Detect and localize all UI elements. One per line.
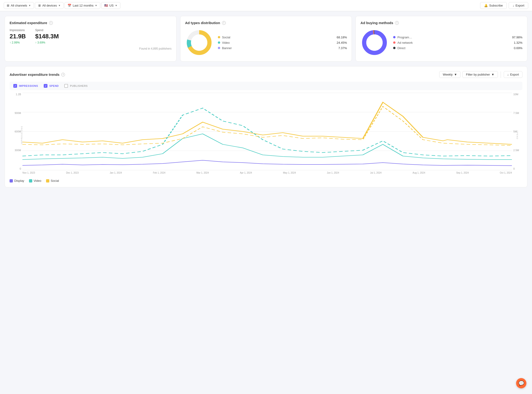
monitor-icon: 🖥 bbox=[38, 4, 41, 7]
trends-export-label: Export bbox=[510, 73, 519, 76]
publishers-checkbox[interactable]: PUBLISHERS bbox=[64, 84, 88, 88]
x-axis: Nov 1, 2023 Dec 1, 2023 Jan 1, 2024 Feb … bbox=[22, 171, 512, 177]
buying-methods-legend: Program… 97.98% Ad network 1.32% Direct … bbox=[393, 36, 522, 50]
weekly-caret: ▼ bbox=[454, 73, 457, 76]
legend-video-bottom: Video bbox=[29, 179, 41, 182]
ad-types-donut-section: Social 68.18% Video 24.45% Banner 7.37% bbox=[185, 29, 347, 57]
chart-inner bbox=[22, 93, 512, 170]
spend-axis-label: SPEND bbox=[516, 130, 519, 140]
expenditure-title: Estimated expenditure i bbox=[10, 21, 172, 25]
spend-label: Spend bbox=[35, 29, 59, 32]
channels-label: All channels bbox=[11, 4, 27, 7]
impressions-value: 21.9B bbox=[10, 33, 26, 40]
ad-types-donut-chart bbox=[185, 29, 213, 57]
buying-methods-card: Ad buying methods i Program bbox=[355, 16, 527, 62]
social-spend-line bbox=[22, 106, 512, 145]
bottom-legend: Display Video Social bbox=[10, 179, 522, 182]
ad-types-title: Ad types distribution i bbox=[185, 21, 347, 25]
trends-download-icon: ↓ bbox=[507, 73, 509, 76]
svg-point-4 bbox=[191, 34, 207, 51]
found-publishers-text: Found in 4,895 publishers bbox=[10, 47, 172, 50]
subscribe-label: Subscribe bbox=[489, 4, 503, 7]
calendar-icon: 📅 bbox=[68, 4, 71, 7]
social-legend-box bbox=[46, 179, 49, 182]
ad-types-info-icon[interactable]: i bbox=[222, 21, 226, 25]
expenditure-info-icon[interactable]: i bbox=[49, 21, 53, 25]
chart-area: 1.2B 900M 600M 300M 0 10M 7.5M 5M 2.5M 0… bbox=[10, 93, 522, 177]
impressions-label: Impressions bbox=[10, 29, 26, 32]
trends-controls: Weekly ▼ Filter by publisher ▼ ↓ Export bbox=[439, 71, 522, 78]
video-dot bbox=[218, 41, 220, 44]
export-label: Export bbox=[515, 4, 524, 7]
bell-icon: 🔔 bbox=[484, 4, 488, 7]
buying-methods-info-icon[interactable]: i bbox=[395, 21, 399, 25]
buying-methods-donut-section: Program… 97.98% Ad network 1.32% Direct … bbox=[360, 29, 522, 57]
direct-dot bbox=[393, 47, 395, 49]
svg-point-9 bbox=[366, 34, 383, 51]
ad-types-card: Ad types distribution i bbox=[180, 16, 352, 62]
divider bbox=[501, 71, 501, 78]
trends-card: Advertiser expenditure trends i Weekly ▼… bbox=[5, 66, 527, 187]
caret-icon4: ▼ bbox=[115, 4, 117, 7]
legend-banner: Banner 7.37% bbox=[218, 46, 347, 50]
legend-social: Social 68.18% bbox=[218, 36, 347, 39]
spend-delta: ↑ 3.69% bbox=[35, 41, 59, 44]
devices-filter[interactable]: 🖥 All devices ▼ bbox=[35, 2, 64, 9]
trends-header: Advertiser expenditure trends i Weekly ▼… bbox=[10, 71, 522, 78]
ad-types-legend: Social 68.18% Video 24.45% Banner 7.37% bbox=[218, 36, 347, 50]
export-button[interactable]: ↓ Export bbox=[509, 2, 528, 9]
top-nav: ⊞ All channels ▼ 🖥 All devices ▼ 📅 Last … bbox=[0, 0, 532, 11]
spend-value: $148.3M bbox=[35, 33, 59, 40]
legend-video: Video 24.45% bbox=[218, 41, 347, 44]
spend-check-box: ✓ bbox=[44, 84, 47, 88]
region-filter[interactable]: 🇺🇸 US ▼ bbox=[101, 2, 120, 9]
buying-methods-donut-chart bbox=[360, 29, 389, 57]
trends-info-icon[interactable]: i bbox=[61, 73, 65, 77]
social-line bbox=[22, 102, 512, 144]
summary-cards: Estimated expenditure i Impressions 21.9… bbox=[5, 16, 527, 62]
trends-title: Advertiser expenditure trends i bbox=[10, 73, 437, 77]
spend-checkbox[interactable]: ✓ SPEND bbox=[44, 84, 59, 88]
filter-publisher-label: Filter by publisher bbox=[466, 73, 490, 76]
display-line bbox=[22, 160, 512, 166]
legend-programmatic: Program… 97.98% bbox=[393, 36, 522, 39]
trends-export-button[interactable]: ↓ Export bbox=[504, 71, 522, 78]
expenditure-metrics: Impressions 21.9B ↑ 2.99% Spend $148.3M … bbox=[10, 29, 172, 44]
channels-filter[interactable]: ⊞ All channels ▼ bbox=[4, 2, 34, 9]
impressions-check-box: ✓ bbox=[13, 84, 17, 88]
caret-icon3: ▼ bbox=[95, 4, 97, 7]
main-chart-svg bbox=[22, 93, 512, 170]
display-legend-box bbox=[10, 179, 13, 182]
flag-icon: 🇺🇸 bbox=[104, 4, 108, 7]
checkbox-row: ✓ IMPRESSIONS ✓ SPEND PUBLISHERS bbox=[10, 82, 522, 90]
social-dot bbox=[218, 36, 220, 38]
filter-publisher-button[interactable]: Filter by publisher ▼ bbox=[462, 71, 498, 78]
buying-methods-title: Ad buying methods i bbox=[360, 21, 522, 25]
caret-icon2: ▼ bbox=[58, 4, 61, 7]
banner-dot bbox=[218, 47, 220, 49]
impressions-metric: Impressions 21.9B ↑ 2.99% bbox=[10, 29, 26, 44]
main-content: Estimated expenditure i Impressions 21.9… bbox=[0, 11, 532, 192]
expenditure-card: Estimated expenditure i Impressions 21.9… bbox=[5, 16, 177, 62]
weekly-button[interactable]: Weekly ▼ bbox=[439, 71, 461, 78]
publishers-check-box bbox=[64, 84, 68, 88]
nav-right-actions: 🔔 Subscribe ↓ Export bbox=[480, 2, 528, 9]
legend-social-bottom: Social bbox=[46, 179, 59, 182]
impressions-checkbox[interactable]: ✓ IMPRESSIONS bbox=[13, 84, 38, 88]
caret-icon: ▼ bbox=[29, 4, 31, 7]
download-icon: ↓ bbox=[513, 4, 514, 7]
impressions-delta: ↑ 2.99% bbox=[10, 41, 26, 44]
adnetwork-dot bbox=[393, 41, 395, 44]
legend-direct: Direct 0.69% bbox=[393, 46, 522, 50]
legend-adnetwork: Ad network 1.32% bbox=[393, 41, 522, 44]
programmatic-dot bbox=[393, 36, 395, 38]
subscribe-button[interactable]: 🔔 Subscribe bbox=[480, 2, 507, 9]
video-legend-box bbox=[29, 179, 32, 182]
spend-metric: Spend $148.3M ↑ 3.69% bbox=[35, 29, 59, 44]
weekly-label: Weekly bbox=[443, 73, 452, 76]
grid-icon: ⊞ bbox=[7, 4, 9, 7]
video-dashed-line bbox=[22, 108, 512, 156]
date-filter[interactable]: 📅 Last 12 months ▼ bbox=[65, 2, 100, 9]
devices-label: All devices bbox=[42, 4, 57, 7]
date-label: Last 12 months bbox=[73, 4, 93, 7]
